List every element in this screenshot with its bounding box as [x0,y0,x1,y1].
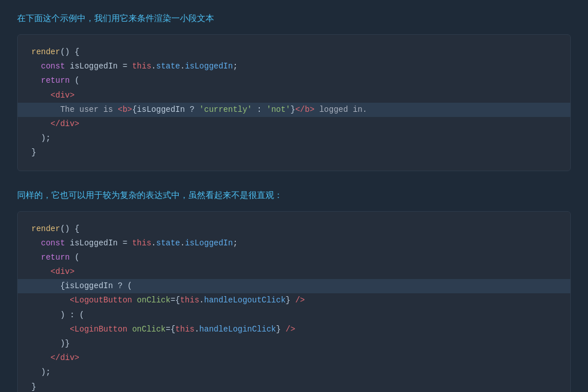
code-line: <LogoutButton onClick={this.handleLogout… [31,293,557,308]
code-line: const isLoggedIn = this.state.isLoggedIn… [31,59,557,74]
section-1: 在下面这个示例中，我们用它来条件渲染一小段文本 render() { const… [17,11,571,171]
section-2: 同样的，它也可以用于较为复杂的表达式中，虽然看起来不是很直观： render()… [17,188,571,393]
code-line: const isLoggedIn = this.state.isLoggedIn… [31,236,557,250]
code-line-highlighted: {isLoggedIn ? ( [18,279,570,293]
code-line: )} [31,337,557,351]
code-line: </div> [31,351,557,365]
code-line: ); [31,131,557,146]
code-block-2: render() { const isLoggedIn = this.state… [17,211,571,393]
code-line: return ( [31,250,557,265]
code-line-highlighted: The user is <b>{isLoggedIn ? 'currently'… [18,103,570,117]
code-line: <div> [31,88,557,103]
code-line: render() { [31,45,557,59]
code-line: <div> [31,265,557,279]
code-line: render() { [31,222,557,236]
code-line: </div> [31,117,557,131]
code-block-1: render() { const isLoggedIn = this.state… [17,34,571,171]
code-line: <LoginButton onClick={this.handleLoginCl… [31,322,557,337]
code-line: ) : ( [31,308,557,322]
code-line: } [31,380,557,392]
code-line: } [31,146,557,160]
section-1-description: 在下面这个示例中，我们用它来条件渲染一小段文本 [17,11,571,25]
code-line: return ( [31,74,557,88]
code-line: ); [31,365,557,379]
section-2-description: 同样的，它也可以用于较为复杂的表达式中，虽然看起来不是很直观： [17,188,571,202]
